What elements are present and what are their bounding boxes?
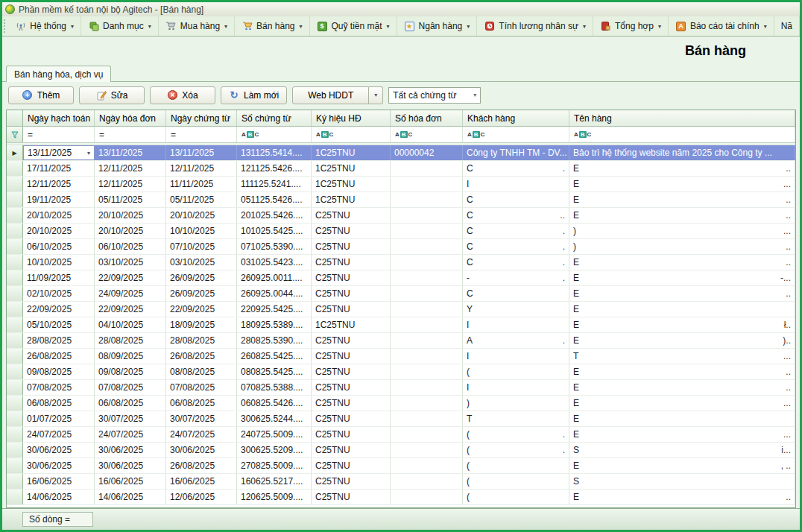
doc-filter-combobox[interactable]: Tất cả chứng từ ▾ [388, 87, 481, 104]
cell-ky-hieu-hd[interactable]: C25TNU [312, 443, 391, 457]
cell-so-hoa-don[interactable] [391, 333, 463, 348]
cell-ngay-hoa-don[interactable]: 09/08/2025 [95, 364, 166, 379]
cell-ngay-hoa-don[interactable]: 12/11/2025 [95, 161, 166, 176]
cell-ngay-chung-tu[interactable]: 28/08/2025 [166, 333, 237, 348]
cell-ky-hieu-hd[interactable]: C25TNU [312, 380, 391, 395]
column-header-so-hoa-don[interactable]: Số hóa đơn [391, 110, 463, 126]
cell-khach-hang[interactable]: I [463, 177, 569, 191]
cell-so-chung-tu[interactable]: 120625.5009.... [237, 490, 312, 504]
cell-khach-hang[interactable]: A. [463, 333, 569, 348]
cell-ngay-hoa-don[interactable]: 03/10/2025 [95, 255, 166, 270]
row-marker-cell[interactable] [7, 192, 23, 207]
add-button[interactable]: + Thêm [8, 86, 74, 104]
table-row[interactable]: 28/08/202528/08/202528/08/2025280825.539… [7, 333, 795, 349]
menu-ban-hang[interactable]: Bán hàng ▾ [235, 16, 309, 36]
cell-so-hoa-don[interactable] [391, 208, 463, 223]
filter-cell-text[interactable]: ABC [312, 127, 391, 142]
table-row[interactable]: 30/06/202530/06/202530/06/2025300625.520… [7, 443, 795, 458]
cell-ngay-chung-tu[interactable]: 22/09/2025 [166, 302, 237, 317]
table-row[interactable]: 12/11/202512/11/202511/11/2025111125.524… [7, 177, 795, 192]
cell-ky-hieu-hd[interactable]: C25TNU [312, 427, 391, 442]
cell-so-hoa-don[interactable] [391, 255, 463, 270]
row-marker-cell[interactable] [7, 364, 23, 379]
cell-khach-hang[interactable]: C [463, 192, 569, 207]
cell-ngay-hach-toan[interactable]: 09/08/2025 [23, 364, 95, 379]
cell-so-hoa-don[interactable] [391, 458, 463, 473]
table-row[interactable]: 20/10/202520/10/202510/10/2025101025.542… [7, 224, 795, 239]
cell-so-hoa-don[interactable] [391, 317, 463, 332]
chevron-down-icon[interactable]: ▾ [87, 150, 90, 156]
column-header-khach-hang[interactable]: Khách hàng [463, 110, 569, 126]
cell-ngay-chung-tu[interactable]: 07/08/2025 [166, 380, 237, 395]
cell-khach-hang[interactable]: C. [463, 161, 569, 176]
cell-ngay-hoa-don[interactable]: 24/07/2025 [95, 427, 166, 442]
cell-ky-hieu-hd[interactable]: C25TNU [312, 396, 391, 411]
filter-cell-date[interactable]: = [166, 127, 237, 142]
cell-so-chung-tu[interactable]: 240725.5009.... [237, 427, 312, 442]
delete-button[interactable]: × Xóa [150, 86, 215, 104]
cell-so-chung-tu[interactable]: 280825.5390.... [237, 333, 312, 348]
cell-ngay-chung-tu[interactable]: 20/10/2025 [166, 208, 237, 223]
cell-ky-hieu-hd[interactable]: 1C25TNU [312, 161, 391, 176]
cell-ngay-hoa-don[interactable]: 30/06/2025 [95, 443, 166, 457]
cell-ngay-chung-tu[interactable]: 26/08/2025 [166, 458, 237, 473]
menu-he-thong[interactable]: Hệ thống ▾ [8, 16, 81, 36]
filter-cell-text[interactable]: ABC [463, 127, 569, 142]
cell-ngay-hach-toan[interactable]: 19/11/2025 [23, 192, 95, 207]
cell-so-chung-tu[interactable]: 070825.5388.... [237, 380, 312, 395]
cell-ten-hang[interactable]: E.. [569, 192, 795, 207]
cell-ky-hieu-hd[interactable]: 1C25TNU [312, 177, 391, 191]
menu-nam[interactable]: Nă [774, 16, 800, 36]
web-hddt-button[interactable]: Web HDDT [292, 86, 369, 104]
cell-ngay-hoa-don[interactable]: 13/11/2025 [95, 145, 166, 160]
cell-ky-hieu-hd[interactable]: C25TNU [312, 239, 391, 254]
row-marker-cell[interactable] [7, 177, 23, 191]
cell-ngay-chung-tu[interactable]: 13/11/2025 [166, 145, 237, 160]
cell-ky-hieu-hd[interactable]: C25TNU [312, 490, 391, 504]
cell-ngay-chung-tu[interactable]: 24/07/2025 [166, 427, 237, 442]
menu-tinh-luong[interactable]: Tính lương nhân sự ▾ [477, 16, 593, 36]
filter-cell-date[interactable]: = [95, 127, 166, 142]
cell-ngay-hach-toan[interactable]: 20/10/2025 [23, 224, 95, 238]
cell-ngay-hach-toan[interactable]: 28/08/2025 [23, 333, 95, 348]
cell-ngay-hach-toan[interactable]: 12/11/2025 [23, 177, 95, 191]
table-row[interactable]: 30/06/202530/06/202526/08/2025270825.500… [7, 458, 795, 474]
cell-ngay-chung-tu[interactable]: 30/07/2025 [166, 411, 237, 426]
cell-so-chung-tu[interactable]: 080825.5425.... [237, 364, 312, 379]
menu-quy-tien-mat[interactable]: $ Quỹ tiền mặt ▾ [310, 16, 397, 36]
web-hddt-dropdown-button[interactable]: ▾ [369, 86, 383, 104]
cell-ten-hang[interactable]: E.. [569, 380, 795, 395]
cell-ngay-hoa-don[interactable]: 24/09/2025 [95, 286, 166, 301]
cell-ngay-hach-toan[interactable]: 30/06/2025 [23, 458, 95, 473]
table-row[interactable]: 17/11/202512/11/202512/11/2025121125.542… [7, 161, 795, 177]
cell-ten-hang[interactable]: E.. [569, 490, 795, 504]
table-row[interactable]: 16/06/202516/06/202516/06/2025160625.521… [7, 474, 795, 490]
cell-ky-hieu-hd[interactable]: C25TNU [312, 224, 391, 238]
filter-cell-date[interactable]: = [23, 127, 95, 142]
cell-ngay-hach-toan[interactable]: 20/10/2025 [23, 208, 95, 223]
cell-ngay-hoa-don[interactable]: 06/08/2025 [95, 396, 166, 411]
row-marker-cell[interactable] [7, 380, 23, 395]
cell-khach-hang[interactable]: T [463, 411, 569, 426]
cell-ky-hieu-hd[interactable]: C25TNU [312, 208, 391, 223]
cell-so-hoa-don[interactable] [391, 364, 463, 379]
cell-khach-hang[interactable]: ( [463, 458, 569, 473]
cell-ky-hieu-hd[interactable]: C25TNU [312, 302, 391, 317]
row-marker-cell[interactable] [7, 443, 23, 457]
cell-ngay-hoa-don[interactable]: 30/07/2025 [95, 411, 166, 426]
table-row[interactable]: 22/09/202522/09/202522/09/2025220925.542… [7, 302, 795, 317]
table-row[interactable]: 05/10/202504/10/202518/09/2025180925.538… [7, 317, 795, 333]
cell-ngay-chung-tu[interactable]: 26/09/2025 [166, 270, 237, 285]
cell-khach-hang[interactable]: ( [463, 490, 569, 504]
table-row[interactable]: 14/06/202514/06/202512/06/2025120625.500… [7, 490, 795, 505]
row-marker-cell[interactable] [7, 411, 23, 426]
cell-ngay-hach-toan[interactable]: 06/10/2025 [23, 239, 95, 254]
cell-so-chung-tu[interactable]: 121125.5426.... [237, 161, 312, 176]
cell-ten-hang[interactable]: Si... [569, 443, 795, 457]
cell-ngay-chung-tu[interactable]: 16/06/2025 [166, 474, 237, 489]
cell-ngay-chung-tu[interactable]: 06/08/2025 [166, 396, 237, 411]
cell-ten-hang[interactable]: S [569, 474, 795, 489]
row-marker-cell[interactable] [7, 270, 23, 285]
cell-so-hoa-don[interactable] [391, 411, 463, 426]
cell-so-chung-tu[interactable]: 300625.5209.... [237, 443, 312, 457]
